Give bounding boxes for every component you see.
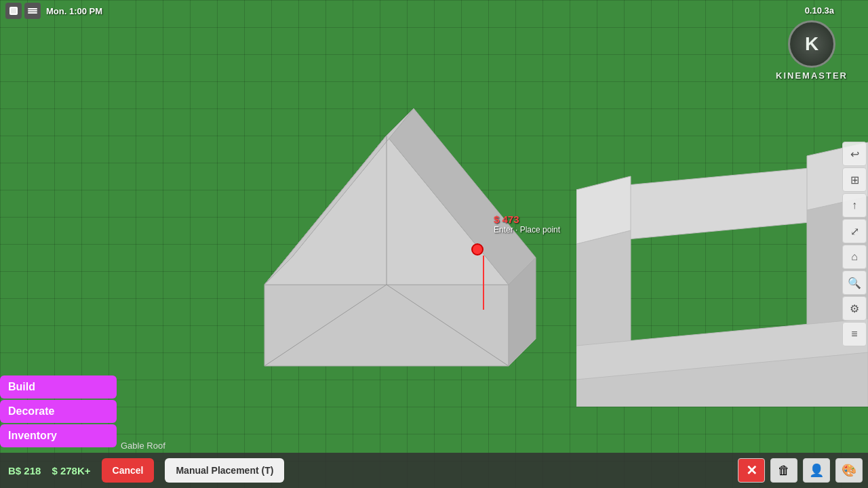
resize-button[interactable]: ⤢ (842, 219, 867, 243)
version-display: 0.10.3a (805, 5, 834, 16)
kinemaster-brand: KINEMASTER (776, 70, 848, 81)
manual-placement-button[interactable]: Manual Placement (T) (165, 458, 284, 483)
home-button[interactable]: ⌂ (842, 245, 867, 269)
trash-button[interactable]: 🗑 (770, 458, 797, 483)
cash-display: B$ 218 (8, 465, 41, 476)
bottom-right-buttons: ✕ 🗑 👤 🎨 (738, 458, 863, 483)
price-tooltip: $ 473 Enter · Place point (494, 214, 560, 235)
price-value: $ 473 (494, 214, 560, 225)
top-bar: Mon. 1:00 PM (0, 0, 868, 22)
time-display: Mon. 1:00 PM (46, 6, 102, 16)
cancel-button[interactable]: Cancel (102, 458, 155, 483)
decorate-button[interactable]: Decorate (0, 400, 117, 423)
svg-marker-0 (264, 285, 509, 366)
gable-roof-label: Gable Roof (121, 441, 165, 451)
scene-container: $ 473 Enter · Place point (0, 0, 868, 488)
zoom-button[interactable]: 🔍 (842, 270, 867, 295)
kinemaster-watermark: K KINEMASTER (776, 20, 848, 81)
settings-button[interactable]: ⚙ (842, 296, 867, 321)
more-button[interactable]: ≡ (842, 322, 867, 346)
inventory-button[interactable]: Inventory (0, 424, 117, 447)
close-button[interactable]: ✕ (738, 458, 765, 483)
grid-button[interactable]: ⊞ (842, 167, 867, 192)
cursor-line (483, 256, 484, 310)
roblox-icon (5, 3, 22, 19)
svg-rect-19 (28, 8, 37, 9)
top-bar-icons (5, 3, 41, 19)
bank-display: $ 278K+ (52, 465, 90, 476)
left-sidebar: Build Decorate Inventory (0, 375, 119, 447)
build-button[interactable]: Build (0, 375, 117, 399)
place-hint: Enter · Place point (494, 225, 560, 235)
person-button[interactable]: 👤 (803, 458, 830, 483)
svg-rect-21 (28, 12, 37, 14)
palette-button[interactable]: 🎨 (835, 458, 863, 483)
cursor-dot (471, 243, 484, 256)
menu-icon[interactable] (24, 3, 41, 19)
right-structure-model (576, 108, 868, 407)
svg-rect-20 (28, 10, 37, 12)
undo-button[interactable]: ↩ (842, 142, 867, 166)
up-button[interactable]: ↑ (842, 193, 867, 218)
kinemaster-logo: K (788, 20, 835, 68)
svg-rect-18 (11, 8, 16, 14)
right-toolbar: ↩ ⊞ ↑ ⤢ ⌂ 🔍 ⚙ ≡ (840, 139, 868, 349)
